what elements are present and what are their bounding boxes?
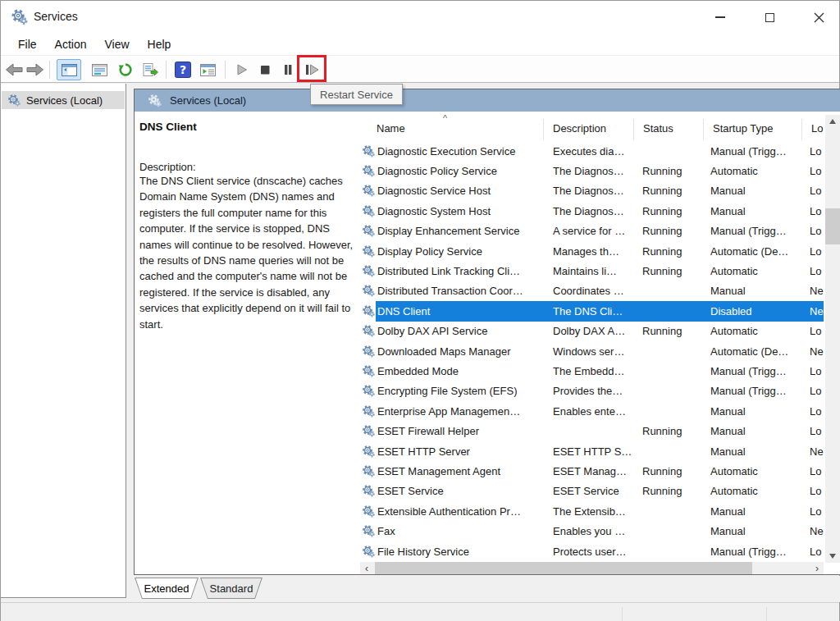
menu-action[interactable]: Action — [46, 34, 96, 55]
show-console-tree-button[interactable] — [57, 59, 81, 80]
service-status: Running — [633, 205, 703, 217]
scroll-right-button[interactable]: › — [810, 562, 824, 574]
horizontal-scrollbar-thumb[interactable] — [375, 562, 752, 574]
column-header-startup-type[interactable]: Startup Type — [703, 119, 801, 140]
maximize-button[interactable] — [751, 1, 788, 34]
service-row[interactable]: ESET HTTP Server ESET HTTP S… Manual Ne — [360, 441, 824, 461]
service-startup-type: Manual (Trigg… — [703, 546, 801, 558]
service-log-on-as: Ne — [801, 305, 824, 317]
service-row[interactable]: ESET Firewall Helper Running Manual Lo — [360, 421, 824, 441]
service-name: ESET HTTP Server — [377, 445, 470, 458]
properties-button[interactable] — [88, 59, 111, 80]
service-row[interactable]: ESET Service ESET Service Running Automa… — [360, 482, 824, 501]
maximize-icon — [765, 13, 774, 22]
close-button[interactable] — [800, 1, 838, 34]
service-row[interactable]: Diagnostic Policy Service The Diagnos… R… — [360, 161, 824, 180]
service-row[interactable]: Diagnostic Service Host The Diagnos… Run… — [360, 181, 824, 201]
service-row[interactable]: Display Policy Service Manages th… Runni… — [360, 241, 824, 261]
service-name-cell: Encrypting File System (EFS) — [360, 384, 543, 398]
service-row[interactable]: Encrypting File System (EFS) Provides th… — [360, 381, 824, 401]
menu-help[interactable]: Help — [139, 34, 180, 55]
scroll-left-button[interactable]: ‹ — [360, 562, 373, 574]
back-button[interactable] — [4, 59, 24, 80]
service-row[interactable]: Distributed Transaction Coor… Coordinate… — [360, 281, 824, 301]
tab-extended[interactable]: Extended — [135, 578, 199, 599]
service-row[interactable]: Fax Enables you … Manual Ne — [360, 521, 824, 541]
service-row[interactable]: Extensible Authentication Pr… The Extens… — [360, 501, 824, 521]
column-header-description[interactable]: Description — [543, 119, 633, 140]
service-startup-type: Manual — [703, 525, 801, 537]
services-table-header: ^ Name Description Status Startup Type L… — [360, 113, 824, 140]
service-row[interactable]: Diagnostic System Host The Diagnos… Runn… — [360, 201, 824, 221]
service-startup-type: Disabled — [703, 305, 801, 317]
vertical-scrollbar[interactable] — [825, 115, 840, 563]
service-status: Running — [633, 485, 703, 497]
service-row[interactable]: Diagnostic Execution Service Executes di… — [360, 141, 824, 161]
service-name-cell: Fax — [360, 524, 543, 538]
service-name-cell: Display Enhancement Service — [360, 224, 543, 238]
column-header-name[interactable]: Name — [360, 119, 543, 140]
console-tree-pane: Services (Local) — [1, 84, 126, 598]
service-gear-icon — [362, 224, 376, 238]
service-description: Enables ente… — [543, 405, 633, 418]
service-gear-icon — [362, 545, 376, 559]
service-status: Running — [633, 425, 703, 437]
service-name: Dolby DAX API Service — [377, 325, 487, 337]
service-gear-icon — [362, 384, 376, 398]
service-row[interactable]: ESET Management Agent ESET Manag… Runnin… — [360, 461, 824, 481]
vertical-scrollbar-thumb[interactable] — [825, 208, 840, 244]
start-service-button[interactable] — [231, 59, 253, 80]
service-row[interactable]: Downloaded Maps Manager Windows ser… Aut… — [360, 341, 824, 361]
service-log-on-as: Lo — [801, 425, 824, 437]
forward-button[interactable] — [25, 59, 45, 80]
minimize-button[interactable] — [701, 1, 739, 34]
tab-standard[interactable]: Standard — [200, 578, 262, 599]
service-startup-type: Automatic (De… — [703, 345, 801, 358]
service-name: Diagnostic Service Host — [377, 185, 491, 197]
service-row[interactable]: Enterprise App Managemen… Enables ente… … — [360, 401, 824, 421]
menu-bar: File Action View Help — [1, 34, 839, 55]
service-row[interactable]: Display Enhancement Service A service fo… — [360, 221, 824, 241]
service-name-cell: Diagnostic System Host — [360, 204, 543, 218]
horizontal-scrollbar[interactable]: ‹ › — [360, 562, 824, 574]
service-startup-type: Automatic — [703, 485, 801, 497]
service-name: Distributed Link Tracking Cli… — [377, 265, 520, 277]
service-gear-icon — [362, 505, 376, 518]
menu-view[interactable]: View — [95, 34, 138, 55]
service-row[interactable]: DNS Client The DNS Cli… Disabled Ne — [360, 301, 824, 321]
stop-service-button[interactable] — [254, 59, 276, 80]
refresh-button[interactable] — [115, 59, 136, 80]
service-startup-type: Manual — [703, 285, 801, 297]
service-gear-icon — [362, 244, 376, 258]
service-row[interactable]: Distributed Link Tracking Cli… Maintains… — [360, 261, 824, 281]
service-startup-type: Manual (Trigg… — [703, 385, 801, 397]
chevron-up-icon — [829, 119, 836, 124]
service-name: Display Enhancement Service — [377, 225, 519, 237]
status-bar — [1, 602, 839, 621]
menu-file[interactable]: File — [9, 34, 46, 55]
scroll-down-button[interactable] — [825, 550, 840, 563]
service-gear-icon — [362, 524, 376, 538]
services-list: Diagnostic Execution Service Executes di… — [360, 141, 824, 561]
scroll-up-button[interactable] — [825, 115, 840, 128]
service-row[interactable]: File History Service Protects user… Manu… — [360, 541, 824, 561]
column-header-log-on-as[interactable]: Lo — [801, 119, 824, 140]
service-description: ESET Service — [543, 485, 633, 497]
extended-view-button[interactable] — [196, 59, 219, 80]
column-header-status[interactable]: Status — [633, 119, 703, 140]
pause-service-button[interactable] — [277, 59, 299, 80]
service-startup-type: Manual — [703, 185, 801, 197]
service-row[interactable]: Embedded Mode The Embedd… Manual (Trigg…… — [360, 361, 824, 381]
export-list-button[interactable] — [139, 59, 162, 80]
service-name: Downloaded Maps Manager — [377, 345, 511, 358]
service-row[interactable]: Dolby DAX API Service Dolby DAX A… Runni… — [360, 322, 824, 341]
back-arrow-icon — [5, 63, 23, 76]
help-button[interactable]: ? — [172, 59, 194, 80]
help-icon: ? — [175, 62, 191, 78]
service-description: The Diagnos… — [543, 205, 633, 217]
tree-item-services-local[interactable]: Services (Local) — [2, 91, 125, 109]
play-icon — [235, 63, 249, 76]
service-name-cell: DNS Client — [360, 304, 543, 318]
service-name: ESET Service — [377, 485, 444, 497]
service-description: The Extensib… — [543, 505, 633, 518]
